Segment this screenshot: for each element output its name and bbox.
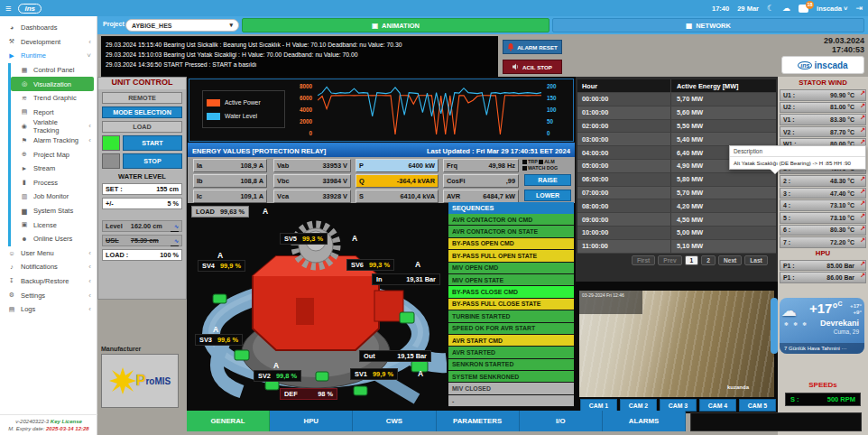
page-2-button[interactable]: 2 [701,255,716,265]
sidebar-item-user-menu[interactable]: ☺User Menu‹ [0,246,97,261]
project-select[interactable]: AYBIGE_HES ▾ [125,19,239,32]
sidebar-item-report[interactable]: ▤Report [11,106,97,120]
alarm-log[interactable]: 29.03.2024 15:15:40 Bearing Ust Sickalik… [101,36,498,77]
phase-a-marker: A [263,207,268,216]
camera-feed[interactable]: 03-29-2024 Fri 12:46 kuzanda [579,291,774,397]
emergency-stop-label: ACIL STOP [522,64,552,70]
sidebar-item-project-map[interactable]: ⊕Project Map [11,147,97,162]
phase-a-marker: A [217,251,223,260]
animation-button[interactable]: ▣ ANIMATION [242,18,549,32]
hamburger-menu-icon[interactable]: ≡ [5,3,11,14]
sidebar-item-dashboards[interactable]: ◕Dashboards [0,21,97,35]
lower-button[interactable]: LOWER [524,190,571,201]
sidebar-item-variable-tracking[interactable]: ◉Variable Tracking‹ [11,119,97,134]
sidebar-item-settings[interactable]: ⚙Settings‹ [0,288,97,302]
logout-icon[interactable]: ⇥ [855,4,863,13]
bearing-temp-row: 3 :47.40 °C↗ [780,188,866,199]
tab-cws[interactable]: CWS [353,411,436,431]
notification-badge: 18 [806,1,814,9]
description-tooltip: Description Alt Yatak Sıcaklığı (DE Bear… [729,145,866,170]
trend-plot-area[interactable] [318,84,541,136]
level-label: Level [106,222,123,230]
cloud-icon[interactable]: ☁ [782,4,790,13]
sv6-tag: SV699,3 % [346,259,394,271]
sidebar-item-online-users[interactable]: ☻Online Users [11,232,97,246]
sidebar-item-alarm-tracking[interactable]: ⚑Alarm Tracking‹ [11,134,97,148]
sidebar-item-job-monitor[interactable]: ▥Job Monitor [11,190,97,204]
raise-button[interactable]: RAISE [524,174,571,186]
start-button[interactable]: START [123,135,182,151]
page-1-button[interactable]: 1 [685,255,699,265]
water-level-setpoint[interactable]: SET :155 cm [102,183,182,195]
weather-forecast-link[interactable]: 7 Günlük Hava Tahmini ··· [780,343,864,354]
sidebar-item-runtime[interactable]: ▶Runtime˅ [0,49,97,63]
load-percent-readout[interactable]: LOAD :100 % [102,249,182,261]
scada-app: ≡ ins 17:40 29 Mar ☾ ☁ 18 inscada ˅ ⇥ Pr… [0,0,868,435]
chevron-left-icon: ‹ [88,136,91,144]
cam-3-button[interactable]: CAM 3 [660,399,697,412]
meas-ic: Ic109,1 A [193,190,267,203]
sidebar-item-label: Notifications [21,263,58,271]
sidebar-item-label: Job Monitor [33,192,69,200]
remote-button[interactable]: REMOTE [102,92,182,104]
cam-5-button[interactable]: CAM 5 [739,399,776,412]
sidebar-item-development[interactable]: ⚒Development‹ [0,35,97,50]
page-last-button[interactable]: Last [744,255,768,265]
sequence-step: SENKRON STARTED [448,359,574,371]
user-menu-dropdown[interactable]: inscada ˅ [817,5,847,13]
sidebar-item-notifications[interactable]: ♪Notifications‹ [0,260,97,274]
trend-arrow-icon: ↗ [860,126,865,134]
legend-chip-water-level [207,113,220,120]
scroll-handle[interactable] [771,298,778,354]
camera-panel: 03-29-2024 Fri 12:46 kuzanda CAM 1 CAM 2… [576,282,778,413]
tab-hpu[interactable]: HPU [270,411,353,431]
network-button[interactable]: ▦ NETWORK [552,18,864,32]
page-prev-button[interactable]: Prev [658,255,681,265]
sidebar-item-process[interactable]: ▮Process [11,176,97,190]
stop-indicator [102,153,120,169]
sidebar-item-backup-restore[interactable]: ↧Backup/Restore‹ [0,274,97,289]
tab-io[interactable]: I/O [520,411,603,431]
sidebar-item-label: Control Panel [33,66,74,74]
water-level-tolerance[interactable]: +/-5 % [102,198,182,209]
sidebar-item-stream[interactable]: ►Stream [11,162,97,176]
sidebar-item-license[interactable]: ▣License [11,218,97,232]
sidebar-item-visualization[interactable]: ◎Visualization [11,77,94,91]
alarm-reset-button[interactable]: ALARM RESET [503,40,562,54]
tab-general[interactable]: GENERAL [187,411,270,431]
sidebar-item-system-stats[interactable]: ▆System Stats [11,204,97,218]
mode-selection-button[interactable]: MODE SELECTION [102,106,182,118]
tab-parameters[interactable]: PARAMETERS [437,411,520,431]
stop-button[interactable]: STOP [123,153,182,169]
pagination: First Prev 1 2 Next Last [632,255,768,265]
cam-1-button[interactable]: CAM 1 [580,399,617,412]
dark-mode-moon-icon[interactable]: ☾ [767,4,774,13]
gear-icon: ⚙ [7,292,16,299]
sidebar-item-label: Dashboards [21,23,57,32]
sequence-step: BY-PASS FULL OPEN STATE [448,250,574,262]
sidebar-item-trend-graphic[interactable]: ≋Trend Graphic [11,91,97,106]
weather-widget[interactable]: ☁ ✻ ✻ ✻ +17°C +17°+9° Devrekani Cuma, 29… [780,298,864,354]
cam-2-button[interactable]: CAM 2 [620,399,657,412]
sidebar-item-logs[interactable]: ▤Logs‹ [0,302,97,317]
table-row: 09:00:004,50 MW [577,213,776,227]
trend-arrow-icon: ↗ [860,212,865,219]
visualization-icon: ◎ [20,80,29,88]
tab-alarms[interactable]: ALARMS [603,411,686,431]
sidebar-item-label: Variable Tracking [33,118,84,134]
cam-4-button[interactable]: CAM 4 [699,399,736,412]
sidebar-item-control-panel[interactable]: ▦Control Panel [11,63,97,78]
y2-axis-tick: 0 [547,130,570,136]
meas-active-power: P6400 kW [356,159,439,172]
sidebar-item-label: Logs [21,305,35,313]
page-first-button[interactable]: First [632,255,655,265]
unit-control-panel: UNIT CONTROL REMOTE MODE SELECTION LOAD … [97,77,187,300]
load-mode-button[interactable]: LOAD [102,121,182,133]
stator-temp-row: V1 :83.30 °C↗ [780,114,866,125]
bearing-temp-row: 6 :80.30 °C↗ [780,225,866,236]
notifications-icon[interactable]: 18 [799,5,808,13]
table-row: 11:00:005,10 MW [577,240,776,254]
page-next-button[interactable]: Next [718,255,742,265]
emergency-stop-button[interactable]: ACIL STOP [503,60,562,74]
chevron-left-icon: ‹ [88,122,91,130]
